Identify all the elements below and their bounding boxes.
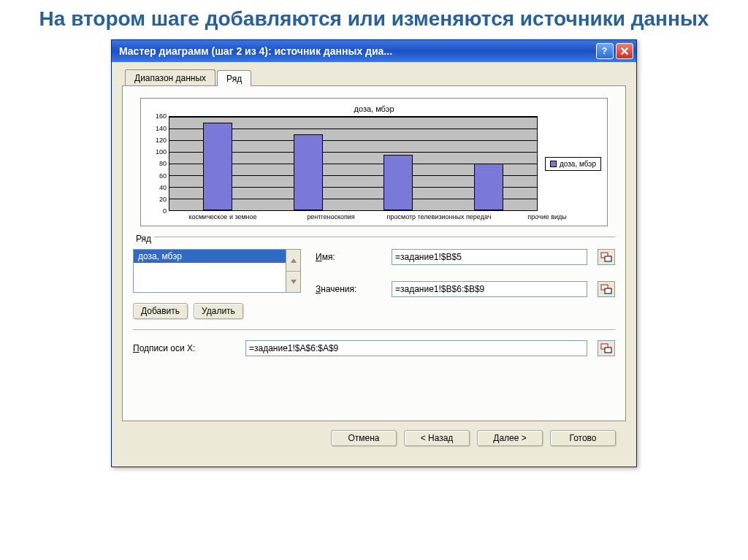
y-axis-ticks: 160140120100806040200 bbox=[149, 112, 167, 215]
x-axis-categories: космическое и земноерентгеноскопияпросмо… bbox=[169, 211, 601, 221]
tab-data-range[interactable]: Диапазон данных bbox=[125, 69, 215, 85]
x-category-label: прочие виды bbox=[493, 214, 601, 221]
chart-bar bbox=[474, 164, 503, 210]
name-input[interactable] bbox=[392, 249, 587, 265]
close-icon bbox=[619, 46, 630, 56]
slide-heading: На втором шаге добавляются или изменяютс… bbox=[0, 0, 748, 35]
series-scroll-up[interactable] bbox=[286, 250, 300, 272]
tab-series[interactable]: Ряд bbox=[217, 70, 251, 86]
dialog-footer: Отмена < Назад Далее > Готово bbox=[122, 421, 626, 456]
back-button[interactable]: < Назад bbox=[404, 430, 470, 446]
help-button[interactable]: ? bbox=[596, 43, 614, 59]
svg-rect-2 bbox=[605, 256, 611, 261]
legend-label: доза, мбэр bbox=[560, 160, 596, 168]
chart-bar bbox=[383, 155, 413, 210]
series-scroll-down[interactable] bbox=[286, 272, 300, 293]
series-item[interactable]: доза, мбэр bbox=[134, 250, 286, 263]
titlebar-text: Мастер диаграмм (шаг 2 из 4): источник д… bbox=[119, 45, 594, 57]
remove-series-button[interactable]: Удалить bbox=[194, 303, 243, 319]
titlebar: Мастер диаграмм (шаг 2 из 4): источник д… bbox=[112, 40, 636, 62]
legend-swatch bbox=[550, 161, 557, 167]
chart-legend: доза, мбэр bbox=[545, 157, 601, 171]
plot-area: 160140120100806040200 bbox=[169, 116, 538, 211]
axis-input[interactable] bbox=[245, 340, 587, 356]
svg-rect-4 bbox=[605, 288, 611, 294]
name-label: Имя: bbox=[316, 252, 381, 262]
collapse-dialog-icon bbox=[600, 252, 612, 262]
chart-title: доза, мбэр bbox=[147, 104, 601, 113]
series-fieldset: Ряд доза, мбэр bbox=[133, 237, 615, 356]
series-listbox[interactable]: доза, мбэр bbox=[133, 249, 286, 293]
collapse-dialog-icon bbox=[600, 284, 612, 294]
chart-bar bbox=[294, 134, 323, 210]
series-fieldset-label: Ряд bbox=[133, 234, 154, 244]
series-scroll bbox=[286, 249, 301, 293]
next-button[interactable]: Далее > bbox=[477, 430, 543, 446]
axis-label: Подписи оси X: bbox=[133, 343, 235, 353]
name-ref-button[interactable] bbox=[598, 249, 615, 265]
chart-bars bbox=[169, 117, 537, 210]
chart-preview: доза, мбэр 160140120100806040200 доза, м… bbox=[140, 98, 608, 226]
svg-text:?: ? bbox=[602, 47, 607, 57]
x-category-label: космическое и земное bbox=[169, 214, 277, 221]
values-label: Значения: bbox=[316, 284, 381, 294]
chart-wizard-dialog: Мастер диаграмм (шаг 2 из 4): источник д… bbox=[111, 39, 637, 467]
add-series-button[interactable]: Добавить bbox=[133, 303, 188, 319]
finish-button[interactable]: Готово bbox=[550, 430, 616, 446]
x-category-label: просмотр телевизионных передач bbox=[385, 214, 493, 221]
axis-ref-button[interactable] bbox=[598, 340, 615, 356]
svg-rect-6 bbox=[605, 348, 611, 353]
chart-bar bbox=[203, 123, 232, 210]
chevron-up-icon bbox=[291, 258, 297, 263]
values-input[interactable] bbox=[392, 281, 587, 297]
cancel-button[interactable]: Отмена bbox=[331, 430, 397, 446]
tabs: Диапазон данных Ряд bbox=[125, 69, 626, 85]
close-button[interactable] bbox=[616, 43, 633, 59]
collapse-dialog-icon bbox=[600, 343, 612, 353]
values-ref-button[interactable] bbox=[598, 281, 615, 297]
x-category-label: рентгеноскопия bbox=[277, 214, 385, 221]
chevron-down-icon bbox=[291, 280, 297, 284]
tab-panel-series: доза, мбэр 160140120100806040200 доза, м… bbox=[122, 85, 626, 421]
help-icon: ? bbox=[600, 46, 610, 56]
